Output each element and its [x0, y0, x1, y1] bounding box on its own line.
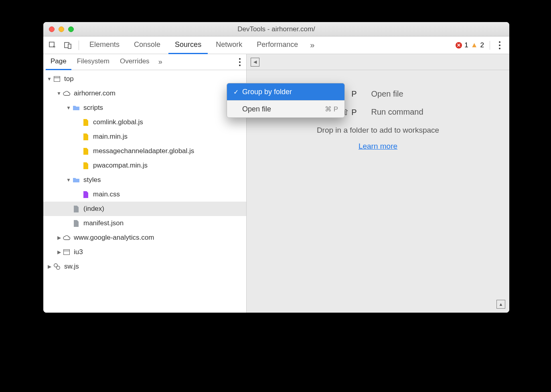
separator [490, 41, 490, 50]
drop-hint: Drop in a folder to add to workspace [247, 126, 509, 135]
open-file-label: Open file [371, 89, 436, 99]
subtab-page[interactable]: Page [46, 54, 71, 70]
error-icon: ✕ [456, 42, 462, 48]
devtools-window: DevTools - airhorner.com/ Elements Conso… [43, 22, 509, 313]
tree-label: iu3 [74, 248, 83, 256]
menu-shortcut: ⌘ P [325, 105, 338, 113]
navigator-menu-icon[interactable] [236, 58, 244, 66]
svg-point-8 [57, 266, 60, 269]
js-file-icon [82, 133, 90, 141]
menu-item-group-by-folder[interactable]: ✓ Group by folder [227, 83, 344, 100]
tree-file[interactable]: messagechanneladapter.global.js [43, 144, 246, 158]
tree-label: messagechanneladapter.global.js [93, 147, 194, 155]
folder-icon [72, 104, 80, 112]
learn-more-link[interactable]: Learn more [359, 142, 397, 151]
menu-item-open-file[interactable]: Open file ⌘ P [227, 101, 344, 117]
tree-folder-styles[interactable]: styles [43, 173, 246, 187]
separator [79, 40, 79, 50]
more-subtabs-icon[interactable]: » [155, 58, 166, 66]
tree-label: pwacompat.min.js [93, 162, 148, 170]
more-tabs-icon[interactable]: » [306, 40, 318, 50]
warning-icon: ▲ [471, 41, 478, 49]
window-controls [43, 26, 74, 32]
titlebar: DevTools - airhorner.com/ [43, 22, 509, 36]
subtab-overrides[interactable]: Overrides [115, 54, 154, 70]
css-file-icon [82, 190, 90, 198]
svg-rect-3 [54, 77, 60, 82]
tree-label: main.min.js [93, 133, 128, 141]
tree-file[interactable]: pwacompat.min.js [43, 158, 246, 173]
tab-sources[interactable]: Sources [168, 36, 208, 54]
tree-label: main.css [93, 190, 120, 198]
status-counts[interactable]: ✕ 1 ▲ 2 [456, 41, 507, 50]
tree-label: www.google-analytics.com [74, 234, 154, 242]
file-icon [72, 205, 80, 213]
context-menu: ✓ Group by folder Open file ⌘ P [227, 83, 345, 118]
frame-icon [53, 75, 61, 83]
js-file-icon [82, 147, 90, 155]
tab-elements[interactable]: Elements [83, 36, 126, 54]
tree-label: top [64, 75, 74, 83]
tree-label: airhorner.com [74, 89, 115, 97]
cloud-icon [63, 89, 71, 97]
tab-performance[interactable]: Performance [250, 36, 304, 54]
error-count: 1 [464, 41, 468, 49]
device-toggle-icon[interactable] [61, 38, 75, 52]
tree-file-index[interactable]: (index) [43, 202, 246, 216]
tree-file[interactable]: main.css [43, 187, 246, 202]
warning-count: 2 [480, 41, 484, 49]
tree-label: manifest.json [83, 219, 124, 227]
js-file-icon [82, 162, 90, 170]
zoom-window-button[interactable] [68, 26, 74, 32]
navigator-subtabs: Page Filesystem Overrides » [43, 54, 246, 70]
drawer-toggle-icon[interactable] [496, 300, 505, 309]
close-window-button[interactable] [49, 26, 55, 32]
main-tabs: Elements Console Sources Network Perform… [43, 36, 509, 54]
menu-label: Group by folder [242, 88, 338, 96]
minimize-window-button[interactable] [59, 26, 64, 32]
editor-toolbar [247, 54, 509, 70]
tree-label: scripts [83, 104, 103, 112]
file-tree: top airhorner.com scripts comlink.global… [43, 70, 246, 313]
subtab-filesystem[interactable]: Filesystem [72, 54, 114, 70]
collapse-navigator-icon[interactable] [251, 58, 259, 67]
file-icon [72, 219, 80, 227]
tree-domain-analytics[interactable]: www.google-analytics.com [43, 230, 246, 245]
tree-folder-scripts[interactable]: scripts [43, 101, 246, 115]
check-icon: ✓ [233, 88, 242, 96]
js-file-icon [82, 118, 90, 126]
tree-label: comlink.global.js [93, 118, 143, 126]
window-title: DevTools - airhorner.com/ [43, 25, 509, 33]
tree-label: styles [83, 176, 101, 184]
navigator-pane: Page Filesystem Overrides » top airhorne… [43, 54, 247, 313]
inspect-icon[interactable] [46, 38, 59, 52]
tree-frame-iu3[interactable]: iu3 [43, 245, 246, 259]
tree-label: (index) [83, 205, 104, 213]
svg-rect-5 [64, 250, 70, 255]
settings-menu-icon[interactable] [496, 41, 504, 49]
cloud-icon [63, 234, 71, 242]
tree-worker[interactable]: sw.js [43, 259, 246, 274]
frame-icon [63, 248, 71, 256]
tree-file[interactable]: comlink.global.js [43, 115, 246, 129]
run-command-label: Run command [371, 107, 436, 117]
svg-rect-2 [68, 44, 71, 48]
tab-console[interactable]: Console [128, 36, 167, 54]
tree-domain[interactable]: airhorner.com [43, 86, 246, 101]
folder-icon [72, 176, 80, 184]
tree-top[interactable]: top [43, 72, 246, 86]
menu-label: Open file [242, 105, 325, 113]
tree-label: sw.js [64, 263, 79, 271]
tree-file[interactable]: manifest.json [43, 216, 246, 230]
tab-network[interactable]: Network [209, 36, 249, 54]
worker-icon [53, 263, 61, 271]
tree-file[interactable]: main.min.js [43, 129, 246, 144]
